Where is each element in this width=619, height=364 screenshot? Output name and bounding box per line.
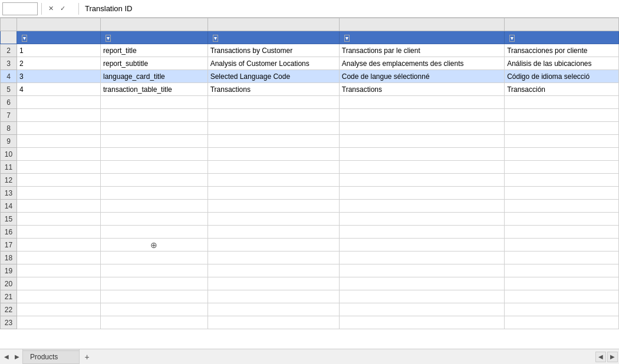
empty-cell[interactable] xyxy=(505,252,619,264)
empty-cell[interactable] xyxy=(208,239,339,252)
cell-2-C[interactable]: Transactions by Customer xyxy=(208,44,339,57)
table-row[interactable]: 32report_subtitleAnalysis of Customer Lo… xyxy=(1,57,619,70)
empty-cell[interactable] xyxy=(208,122,339,135)
empty-cell[interactable] xyxy=(339,303,504,316)
empty-cell[interactable] xyxy=(208,303,339,316)
cell-4-B[interactable]: language_card_title xyxy=(101,70,208,83)
empty-cell[interactable] xyxy=(208,200,339,213)
empty-cell[interactable] xyxy=(505,239,619,252)
cell-4-A[interactable]: 3 xyxy=(17,70,100,83)
empty-cell[interactable] xyxy=(339,161,504,174)
empty-cell[interactable] xyxy=(339,226,504,239)
empty-cell[interactable] xyxy=(339,213,504,226)
header-cell-C[interactable]: ▾ xyxy=(208,31,339,44)
table-row[interactable]: 54transaction_table_titleTransactionsTra… xyxy=(1,83,619,96)
cell-2-A[interactable]: 1 xyxy=(17,44,100,57)
empty-cell[interactable] xyxy=(339,290,504,303)
empty-cell[interactable] xyxy=(17,277,100,290)
filter-dropdown-B[interactable]: ▾ xyxy=(106,35,111,42)
filter-dropdown-A[interactable]: ▾ xyxy=(22,35,27,42)
empty-cell[interactable] xyxy=(101,200,208,213)
empty-cell[interactable] xyxy=(101,135,208,148)
tab-products[interactable]: Products xyxy=(22,350,80,363)
empty-cell[interactable] xyxy=(339,252,504,264)
empty-cell[interactable] xyxy=(505,174,619,187)
header-cell-D[interactable]: ▾ xyxy=(339,31,504,44)
empty-cell[interactable] xyxy=(208,213,339,226)
empty-cell[interactable] xyxy=(505,264,619,277)
table-row[interactable]: 43language_card_titleSelected Language C… xyxy=(1,70,619,83)
empty-cell[interactable] xyxy=(339,316,504,329)
header-cell-E[interactable]: ▾ xyxy=(505,31,619,44)
empty-cell[interactable] xyxy=(101,303,208,316)
empty-cell[interactable] xyxy=(17,109,100,122)
empty-cell[interactable] xyxy=(339,109,504,122)
empty-cell[interactable] xyxy=(208,174,339,187)
header-cell-A[interactable]: ▾ xyxy=(17,31,100,44)
empty-cell[interactable] xyxy=(101,122,208,135)
cell-4-D[interactable]: Code de langue sélectionné xyxy=(339,70,504,83)
empty-cell[interactable] xyxy=(505,148,619,161)
empty-cell[interactable] xyxy=(208,277,339,290)
empty-cell[interactable] xyxy=(339,187,504,200)
empty-cell[interactable] xyxy=(339,148,504,161)
empty-cell[interactable] xyxy=(505,96,619,109)
empty-cell[interactable] xyxy=(101,277,208,290)
filter-dropdown-E[interactable]: ▾ xyxy=(509,35,515,42)
cell-5-C[interactable]: Transactions xyxy=(208,83,339,96)
empty-cell[interactable] xyxy=(208,316,339,329)
table-header-row[interactable]: ▾ ▾ ▾ ▾ ▾ xyxy=(1,31,619,44)
empty-cell[interactable] xyxy=(17,264,100,277)
empty-cell[interactable] xyxy=(505,122,619,135)
table-area[interactable]: ▾ ▾ ▾ ▾ ▾ xyxy=(0,18,619,349)
cell-5-B[interactable]: transaction_table_title xyxy=(101,83,208,96)
empty-cell[interactable] xyxy=(101,187,208,200)
empty-cell[interactable] xyxy=(505,277,619,290)
empty-cell[interactable] xyxy=(505,109,619,122)
confirm-icon[interactable]: ✓ xyxy=(57,4,68,14)
empty-cell[interactable] xyxy=(101,96,208,109)
empty-cell[interactable] xyxy=(17,96,100,109)
cell-reference-box[interactable] xyxy=(2,2,38,15)
empty-cell[interactable] xyxy=(101,316,208,329)
empty-cell[interactable] xyxy=(101,226,208,239)
empty-cell[interactable] xyxy=(17,122,100,135)
empty-cell[interactable] xyxy=(17,148,100,161)
empty-cell[interactable] xyxy=(505,290,619,303)
add-sheet-button[interactable]: + xyxy=(81,350,94,363)
cell-5-E[interactable]: Transacción xyxy=(505,83,619,96)
empty-cell[interactable] xyxy=(17,200,100,213)
cell-2-E[interactable]: Transacciones por cliente xyxy=(505,44,619,57)
empty-cell[interactable] xyxy=(101,161,208,174)
table-row[interactable]: 21report_titleTransactions by CustomerTr… xyxy=(1,44,619,57)
empty-cell[interactable] xyxy=(208,148,339,161)
empty-cell[interactable] xyxy=(339,174,504,187)
empty-cell[interactable] xyxy=(17,226,100,239)
empty-cell[interactable] xyxy=(505,226,619,239)
empty-cell[interactable] xyxy=(208,135,339,148)
empty-cell[interactable] xyxy=(208,264,339,277)
empty-cell[interactable] xyxy=(208,96,339,109)
empty-cell[interactable] xyxy=(101,252,208,264)
tab-nav-right[interactable]: ▶ xyxy=(12,352,22,362)
cell-2-B[interactable]: report_title xyxy=(101,44,208,57)
cell-4-E[interactable]: Código de idioma selecció xyxy=(505,70,619,83)
cell-4-C[interactable]: Selected Language Code xyxy=(208,70,339,83)
empty-cell[interactable] xyxy=(101,174,208,187)
empty-cell[interactable] xyxy=(101,290,208,303)
tab-scroll-right[interactable]: ▶ xyxy=(607,352,618,362)
tab-nav-left[interactable]: ◀ xyxy=(1,352,12,362)
empty-cell[interactable] xyxy=(339,277,504,290)
cell-5-D[interactable]: Transactions xyxy=(339,83,504,96)
col-header-D[interactable] xyxy=(339,18,504,31)
cell-2-D[interactable]: Transactions par le client xyxy=(339,44,504,57)
empty-cell[interactable] xyxy=(208,290,339,303)
empty-cell[interactable] xyxy=(505,187,619,200)
col-header-A[interactable] xyxy=(17,18,100,31)
empty-cell[interactable] xyxy=(208,226,339,239)
empty-cell[interactable] xyxy=(505,213,619,226)
cancel-icon[interactable]: ✕ xyxy=(45,4,56,14)
empty-cell[interactable] xyxy=(505,161,619,174)
cell-3-D[interactable]: Analyse des emplacements des clients xyxy=(339,57,504,70)
cell-3-E[interactable]: Análisis de las ubicaciones xyxy=(505,57,619,70)
